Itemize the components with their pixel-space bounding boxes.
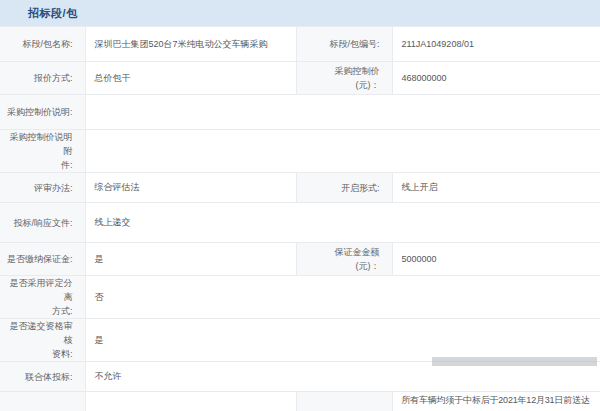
- field-label: 评审办法:: [0, 173, 85, 203]
- field-value: 综合评估法: [85, 173, 296, 203]
- bid-info-table: 标段/包名称: 深圳巴士集团520台7米纯电动公交车辆采购 标段/包编号: 21…: [0, 26, 600, 411]
- field-value: 不允许: [85, 362, 600, 392]
- field-value: [85, 95, 600, 130]
- table-row: 是否缴纳保证金: 是 保证金金额 (元)： 5000000: [0, 243, 600, 276]
- field-label: 投标/响应文件:: [0, 203, 85, 243]
- field-value: 否: [85, 276, 600, 319]
- table-row: 采购控制价说明附 件:: [0, 130, 600, 173]
- field-value: 线上开启: [392, 173, 600, 203]
- field-label: 保证金金额 (元)：: [296, 243, 392, 276]
- field-value: 5000000: [392, 243, 600, 276]
- table-row: 采购控制价说明:: [0, 95, 600, 130]
- field-value: 线上递交: [85, 203, 600, 243]
- field-label: 采购控制价说明附 件:: [0, 130, 85, 173]
- field-value: 总价包干: [85, 62, 296, 95]
- table-row: 是否递交资格审核 资料: 是: [0, 319, 600, 362]
- field-label: 标段/包名称:: [0, 27, 85, 62]
- field-value: [85, 130, 600, 173]
- panel-header: 招标段/包: [0, 0, 600, 26]
- table-row: 投标/响应文件: 线上递交: [0, 203, 600, 243]
- field-label: 标段/包编号:: [296, 27, 392, 62]
- field-value: 0: [85, 392, 296, 411]
- field-value: 是: [85, 319, 600, 362]
- field-value: 468000000: [392, 62, 600, 95]
- field-label: 开启形式:: [296, 173, 392, 203]
- field-label: 采购控制价说明:: [0, 95, 85, 130]
- field-value: 211JA1049208/01: [392, 27, 600, 62]
- table-row: 报价方式: 总价包干 采购控制价 (元)： 468000000: [0, 62, 600, 95]
- table-row: 是否采用评定分离 方式: 否: [0, 276, 600, 319]
- field-label: 报价方式:: [0, 62, 85, 95]
- field-label: 是否采用评定分离 方式:: [0, 276, 85, 319]
- panel-title: 招标段/包: [28, 6, 78, 21]
- field-value: 深圳巴士集团520台7米纯电动公交车辆采购: [85, 27, 296, 62]
- field-label: 是否递交资格审核 资料:: [0, 319, 85, 362]
- table-row: 交货期(天): 0 交货期说明: 所有车辆均须于中标后于2021年12月31日前…: [0, 392, 600, 411]
- field-label: 是否缴纳保证金:: [0, 243, 85, 276]
- field-value: 所有车辆均须于中标后于2021年12月31日前送达广东省深圳市，车辆送达前须完成…: [392, 392, 600, 411]
- field-value: 是: [85, 243, 296, 276]
- field-label: 联合体投标:: [0, 362, 85, 392]
- table-row: 标段/包名称: 深圳巴士集团520台7米纯电动公交车辆采购 标段/包编号: 21…: [0, 27, 600, 62]
- bid-section-panel: 招标段/包 标段/包名称: 深圳巴士集团520台7米纯电动公交车辆采购 标段/包…: [0, 0, 600, 411]
- field-label: 交货期说明:: [296, 392, 392, 411]
- table-row: 联合体投标: 不允许: [0, 362, 600, 392]
- field-label: 交货期(天):: [0, 392, 85, 411]
- field-label: 采购控制价 (元)：: [296, 62, 392, 95]
- table-row: 评审办法: 综合评估法 开启形式: 线上开启: [0, 173, 600, 203]
